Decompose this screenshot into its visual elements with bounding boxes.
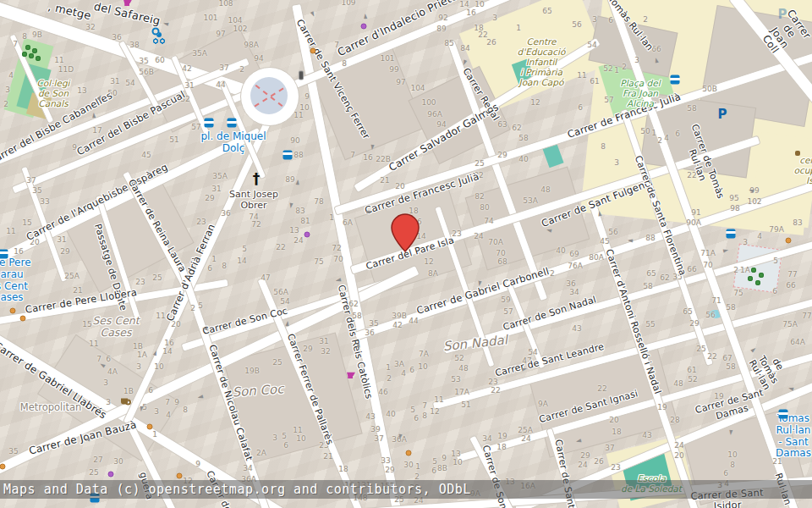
house-number: 2 [657, 136, 662, 145]
house-number: 90 [290, 136, 299, 145]
bus-icon [0, 250, 8, 259]
house-number: 36 [566, 279, 575, 288]
house-number: 3 [136, 362, 141, 371]
house-number: 9 [195, 460, 200, 468]
house-number: 66 [786, 281, 795, 290]
house-number: 90A [686, 218, 701, 227]
house-number: 58 [518, 134, 528, 142]
house-number: 57 [604, 96, 613, 104]
house-number: 8 [422, 411, 427, 420]
map-canvas[interactable]: Maps and Data (c) openstreetmap.org and … [0, 0, 812, 508]
house-number: 68 [497, 257, 507, 266]
house-number: 8 [22, 32, 27, 41]
house-number: 1 [386, 363, 391, 372]
house-number: 51 [169, 135, 178, 144]
house-number: 22 [276, 243, 285, 251]
house-number: 4 [664, 134, 669, 142]
house-number: 43 [572, 324, 581, 333]
house-number: 81 [300, 217, 310, 225]
house-number: 16 [14, 247, 23, 256]
house-number: 18 [497, 443, 506, 451]
house-number: 77 [787, 270, 797, 279]
house-number: 4 [401, 369, 406, 378]
arrow-icon: ► [369, 144, 376, 150]
house-number: 21 [323, 452, 332, 461]
house-number: 24 [674, 441, 683, 450]
house-number: 50B [702, 85, 717, 93]
house-number: 7A [419, 350, 429, 358]
arrow-icon: ► [397, 433, 404, 439]
tree-icon [32, 48, 37, 53]
house-number: 88 [294, 151, 303, 159]
house-number: 2 [190, 304, 195, 312]
poi-label: Col·legi de Son Canals [37, 78, 70, 108]
house-number: 76A [568, 262, 583, 270]
dot-purple-icon [108, 472, 114, 478]
arrow-icon: ► [476, 280, 484, 286]
house-number: 62 [512, 124, 521, 132]
house-number: 39 [370, 425, 380, 433]
dot-orange-icon [20, 316, 26, 322]
house-number: 101 [203, 14, 217, 22]
house-number: 11 [434, 395, 443, 404]
house-number: 44 [216, 80, 225, 89]
house-number: 5 [198, 301, 203, 310]
house-number: 1 [329, 213, 334, 222]
house-number: 1 [415, 462, 420, 471]
house-number: 11 [294, 111, 303, 119]
house-number: 10 [154, 362, 163, 371]
house-number: 3 [492, 14, 497, 22]
house-number: 14 [162, 347, 172, 356]
house-number: 6 [106, 355, 111, 363]
arrow-icon: ► [335, 276, 342, 284]
location-pin-icon[interactable] [391, 213, 420, 252]
dot-orange-icon [177, 473, 183, 479]
house-number: 72 [332, 244, 341, 252]
house-number: 4A [107, 367, 118, 376]
house-number: 97 [396, 78, 405, 86]
house-number: 24 [521, 434, 530, 443]
house-number: 91 [691, 208, 700, 217]
house-number: 7 [13, 40, 18, 48]
arrow-icon: ► [727, 430, 735, 436]
house-number: 1 [152, 430, 157, 439]
house-number: 10 [418, 362, 427, 371]
arrow-icon: ► [294, 179, 302, 185]
house-number: 19 [657, 403, 667, 411]
parking-icon: P [718, 107, 727, 122]
house-number: 96A [427, 110, 442, 119]
house-number: 2 [387, 374, 392, 383]
house-number: 52 [688, 375, 697, 384]
house-number: 40 [556, 246, 565, 255]
tree-icon [759, 273, 764, 278]
map-attribution: Maps and Data (c) openstreetmap.org and … [0, 480, 812, 499]
house-number: 9B [32, 30, 42, 39]
house-number: 99 [389, 65, 398, 74]
house-number: 5 [432, 457, 437, 466]
house-number: 67 [722, 354, 732, 362]
house-number: 11 [293, 426, 302, 434]
house-number: 13 [289, 226, 299, 235]
house-number: 34 [243, 464, 252, 472]
arrow-icon: ► [355, 341, 363, 347]
arrow-icon: ► [162, 19, 169, 27]
house-number: 4 [166, 411, 171, 419]
house-number: 11 [577, 71, 586, 80]
bus-icon [205, 119, 214, 128]
arrow-icon: ► [288, 202, 295, 208]
house-number: 37 [374, 434, 383, 443]
poi-label: centre ocupacio Isla [793, 155, 812, 185]
house-number: 5 [282, 432, 287, 440]
house-number: 60 [155, 56, 164, 64]
house-number: 92 [438, 14, 447, 22]
house-number: 6 [283, 441, 288, 450]
house-number: 7 [422, 401, 427, 410]
house-number: 17A [454, 388, 469, 396]
house-number: 12 [530, 98, 540, 107]
house-number: 8B [437, 464, 447, 472]
transit-stop-label: pl. de Miquel Dolç [200, 131, 266, 155]
house-number: 2 [3, 100, 8, 108]
house-number: 29 [303, 345, 312, 353]
house-number: 35 [139, 57, 148, 65]
house-number: 30 [403, 461, 413, 469]
